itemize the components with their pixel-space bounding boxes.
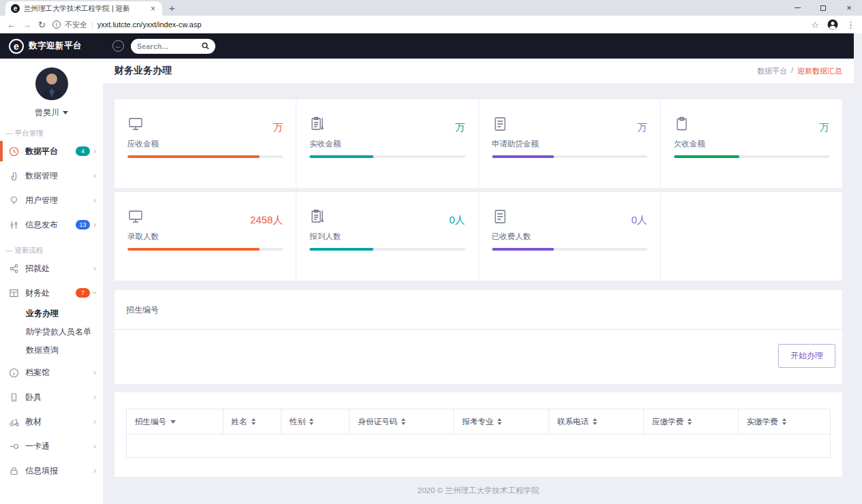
- back-icon[interactable]: ←: [7, 20, 16, 30]
- refresh-icon[interactable]: ↻: [38, 20, 46, 30]
- sort-icon[interactable]: [688, 418, 692, 425]
- stat-value: 0人: [631, 214, 647, 227]
- browser-menu-icon[interactable]: ⋮: [846, 20, 855, 30]
- column-header-phone[interactable]: 联系电话: [549, 409, 643, 435]
- column-header-tuition-paid[interactable]: 实缴学费: [738, 409, 830, 435]
- window-maximize-button[interactable]: [810, 0, 836, 16]
- column-header-id-number[interactable]: 身份证号码: [350, 409, 454, 435]
- browser-address-bar: ← → ↻ i 不安全 | yxxt.lutcte.cn/yxxt/index-…: [0, 16, 862, 33]
- column-header-major[interactable]: 报考专业: [454, 409, 549, 435]
- url-text: yxxt.lutcte.cn/yxxt/index-cw.asp: [97, 20, 202, 29]
- chevron-right-icon: ›: [93, 196, 96, 204]
- lock-icon: [9, 466, 19, 476]
- monitor-icon: [127, 116, 144, 132]
- search-input[interactable]: [137, 42, 191, 50]
- chevron-right-icon: ›: [93, 221, 96, 229]
- bulb-icon: [9, 195, 19, 206]
- stat-label: 实收金额: [309, 139, 465, 149]
- stat-card-receivable: 万 应收金额: [114, 99, 296, 188]
- admission-number-input[interactable]: [114, 290, 842, 330]
- collapse-sidebar-icon[interactable]: ←: [112, 40, 124, 52]
- breadcrumb: 数据平台 / 迎新数据汇总: [757, 66, 842, 76]
- chevron-right-icon: ›: [93, 368, 96, 377]
- sidebar-subitem-data-query[interactable]: 数据查询: [0, 341, 103, 360]
- stat-value: 万: [819, 121, 829, 134]
- sort-icon[interactable]: [251, 418, 256, 425]
- window-close-button[interactable]: ×: [836, 0, 862, 16]
- avatar[interactable]: [35, 67, 68, 100]
- info-icon[interactable]: i: [52, 20, 61, 29]
- share-icon: [9, 264, 19, 274]
- column-header-tuition-due[interactable]: 应缴学费: [644, 409, 738, 435]
- url-field[interactable]: i 不安全 | yxxt.lutcte.cn/yxxt/index-cw.asp: [52, 20, 804, 30]
- stat-value: 万: [273, 121, 283, 134]
- brand-logo[interactable]: e 数字迎新平台: [0, 39, 103, 54]
- badge: 4: [76, 146, 90, 156]
- sidebar-subitem-loan-list[interactable]: 助学贷款人员名单: [0, 323, 103, 341]
- user-menu[interactable]: 曾昊川: [0, 107, 103, 118]
- search-icon[interactable]: [202, 42, 209, 50]
- sidebar-item-onecard[interactable]: 一卡通 ›: [0, 435, 103, 458]
- clipboard-icon: [674, 116, 690, 132]
- stat-value: 0人: [449, 214, 465, 227]
- caret-down-icon: [63, 111, 68, 114]
- progress-bar: [309, 248, 465, 251]
- sliders-icon: [9, 220, 19, 230]
- breadcrumb-current[interactable]: 迎新数据汇总: [797, 66, 842, 76]
- forward-icon[interactable]: →: [22, 20, 31, 30]
- window-minimize-button[interactable]: [784, 0, 810, 16]
- phone-icon: [9, 392, 19, 403]
- sidebar-item-finance[interactable]: 财务处 7 ›: [0, 281, 103, 304]
- browser-tab-strip: e 兰州理工大学技术工程学院 | 迎新 × + ×: [0, 0, 862, 16]
- card-icon: [9, 441, 19, 452]
- sidebar-item-recruitment[interactable]: 招就处 ›: [0, 257, 103, 280]
- sidebar-item-archives[interactable]: 档案馆 ›: [0, 361, 103, 384]
- progress-bar: [127, 155, 283, 158]
- stat-value: 万: [637, 121, 647, 134]
- sidebar-item-textbooks[interactable]: 教材 ›: [0, 410, 103, 433]
- sort-icon[interactable]: [593, 418, 597, 425]
- tab-title: 兰州理工大学技术工程学院 | 迎新: [24, 4, 145, 14]
- sort-icon[interactable]: [497, 418, 502, 425]
- clock-icon: [9, 146, 19, 157]
- stats-panel-amounts: 万 应收金额 万 实收金额: [114, 99, 842, 188]
- breadcrumb-parent[interactable]: 数据平台: [757, 66, 787, 76]
- chevron-right-icon: ›: [93, 393, 96, 401]
- sidebar-item-user-management[interactable]: 用户管理 ›: [0, 189, 103, 212]
- bookmark-star-icon[interactable]: ☆: [811, 20, 819, 30]
- chevron-right-icon: ›: [93, 467, 96, 475]
- sort-icon[interactable]: [309, 418, 313, 425]
- sort-desc-icon[interactable]: [170, 420, 176, 424]
- admission-form-panel: 开始办理: [114, 290, 842, 384]
- progress-bar: [674, 155, 829, 158]
- sidebar-item-data-management[interactable]: 数据管理 ›: [0, 164, 103, 187]
- table-icon: [9, 288, 19, 298]
- browser-tab[interactable]: e 兰州理工大学技术工程学院 | 迎新 ×: [5, 1, 162, 16]
- progress-bar: [127, 248, 283, 251]
- chevron-right-icon: ›: [93, 418, 96, 426]
- tab-close-icon[interactable]: ×: [149, 4, 157, 14]
- sidebar-subitem-business[interactable]: 业务办理: [0, 304, 103, 323]
- favicon-icon: e: [11, 4, 20, 13]
- logo-icon: e: [9, 39, 24, 54]
- sort-icon[interactable]: [782, 418, 786, 425]
- sidebar-item-data-platform[interactable]: 数据平台 4 ›: [0, 140, 103, 163]
- sidebar-item-info-publish[interactable]: 信息发布 13 ›: [0, 213, 103, 236]
- sidebar-item-info-fill[interactable]: 信息填报 ›: [0, 459, 103, 482]
- badge: 7: [76, 288, 90, 298]
- stat-card-admitted: 2458人 录取人数: [114, 192, 296, 281]
- profile-icon[interactable]: [827, 19, 838, 30]
- new-tab-button[interactable]: +: [169, 2, 175, 14]
- sort-icon[interactable]: [401, 418, 405, 425]
- stat-value: 2458人: [250, 214, 283, 227]
- column-header-gender[interactable]: 性别: [281, 409, 350, 435]
- stat-card-loan-applied: 万 申请助贷金额: [479, 99, 661, 188]
- column-header-name[interactable]: 姓名: [223, 409, 281, 435]
- stat-card-paid: 0人 已收费人数: [479, 192, 661, 281]
- stat-card-outstanding: 万 欠收金额: [661, 99, 842, 188]
- column-header-admission-no[interactable]: 招生编号: [127, 409, 224, 435]
- start-processing-button[interactable]: 开始办理: [778, 344, 835, 368]
- progress-bar: [492, 248, 647, 251]
- search-bar[interactable]: [131, 39, 215, 54]
- sidebar-item-bedding[interactable]: 卧具 ›: [0, 385, 103, 409]
